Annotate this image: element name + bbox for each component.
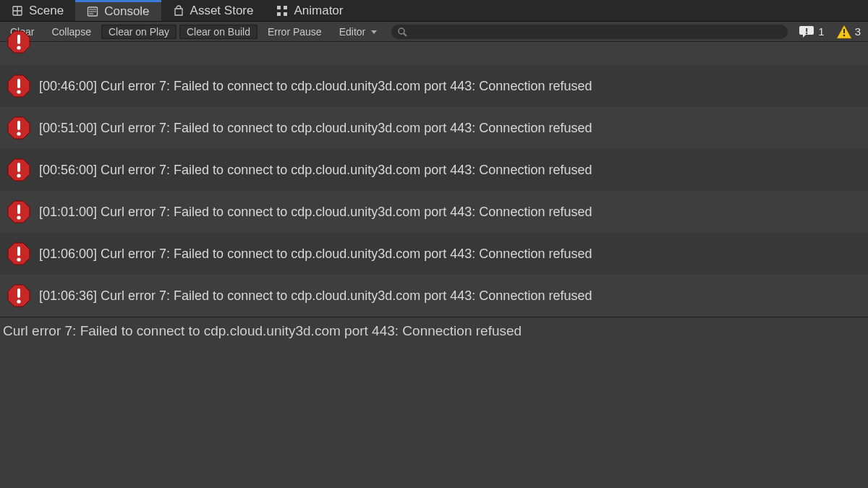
editor-dropdown[interactable]: Editor <box>332 25 384 39</box>
search-icon <box>397 27 407 37</box>
console-icon <box>87 6 98 17</box>
info-count: 1 <box>818 25 824 38</box>
tab-animator[interactable]: Animator <box>265 0 354 21</box>
log-message: [00:56:00] Curl error 7: Failed to conne… <box>39 163 592 178</box>
warning-count: 3 <box>855 25 861 38</box>
tab-scene[interactable]: Scene <box>0 0 75 21</box>
log-entry[interactable]: [01:06:00] Curl error 7: Failed to conne… <box>0 233 868 275</box>
tab-animator-label: Animator <box>294 4 343 18</box>
console-detail-panel: Curl error 7: Failed to connect to cdp.c… <box>0 317 868 468</box>
clear-on-play-button[interactable]: Clear on Play <box>101 25 176 39</box>
console-toolbar: Clear Collapse Clear on Play Clear on Bu… <box>0 22 868 42</box>
log-entry[interactable]: [00:46:00] Curl error 7: Failed to conne… <box>0 65 868 107</box>
log-entry[interactable]: [01:01:00] Curl error 7: Failed to conne… <box>0 191 868 233</box>
search-field-wrap[interactable] <box>391 25 788 39</box>
error-icon <box>7 284 30 307</box>
tab-bar: Scene Console Asset Store Animator <box>0 0 868 22</box>
log-entry[interactable] <box>0 42 868 65</box>
info-counter[interactable]: 1 <box>795 25 828 39</box>
console-log-list: [00:46:00] Curl error 7: Failed to conne… <box>0 42 868 317</box>
log-message: [01:06:00] Curl error 7: Failed to conne… <box>39 247 592 262</box>
error-icon <box>7 158 30 181</box>
tab-console[interactable]: Console <box>75 0 161 21</box>
chevron-down-icon <box>371 30 377 34</box>
log-message: [01:01:00] Curl error 7: Failed to conne… <box>39 205 592 220</box>
asset-store-icon <box>173 5 184 17</box>
error-pause-button[interactable]: Error Pause <box>260 25 329 39</box>
log-message: [00:51:00] Curl error 7: Failed to conne… <box>39 121 592 136</box>
log-entry[interactable]: [00:56:00] Curl error 7: Failed to conne… <box>0 149 868 191</box>
error-icon <box>7 30 30 53</box>
collapse-button[interactable]: Collapse <box>44 25 98 39</box>
warning-counter[interactable]: 3 <box>832 25 865 39</box>
editor-dropdown-label: Editor <box>339 26 366 38</box>
search-input[interactable] <box>412 26 782 37</box>
detail-text: Curl error 7: Failed to connect to cdp.c… <box>3 323 522 338</box>
error-icon <box>7 116 30 140</box>
log-message: [01:06:36] Curl error 7: Failed to conne… <box>39 288 592 304</box>
warning-icon <box>836 25 852 39</box>
tab-console-label: Console <box>104 4 149 19</box>
log-message: [00:46:00] Curl error 7: Failed to conne… <box>39 79 592 94</box>
tab-asset-store-label: Asset Store <box>190 4 254 18</box>
animator-icon <box>276 5 288 17</box>
error-icon <box>7 200 30 223</box>
clear-on-build-button[interactable]: Clear on Build <box>179 25 258 39</box>
log-entry[interactable]: [00:51:00] Curl error 7: Failed to conne… <box>0 107 868 149</box>
tab-asset-store[interactable]: Asset Store <box>161 0 265 21</box>
scene-icon <box>12 5 23 17</box>
tab-scene-label: Scene <box>29 4 64 18</box>
error-icon <box>7 242 30 265</box>
log-entry[interactable]: [01:06:36] Curl error 7: Failed to conne… <box>0 275 868 317</box>
error-icon <box>7 74 30 98</box>
info-icon <box>799 25 815 39</box>
